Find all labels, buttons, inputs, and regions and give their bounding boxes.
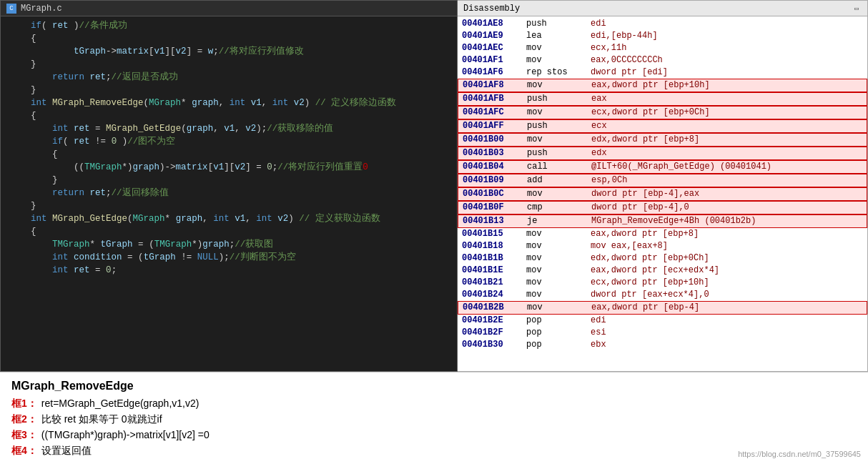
- code-line: }: [1, 174, 457, 187]
- source-pane-titlebar: C MGraph.c: [1, 1, 457, 16]
- source-code-area: if( ret )//条件成功 { tGraph->matrix[v1][v2]…: [1, 16, 457, 371]
- ann-label-1: 框1：: [11, 395, 37, 411]
- disasm-row-highlight4: 00401B2B mov eax,dword ptr [ebp-4]: [458, 301, 867, 315]
- disasm-row-highlight1: 00401AFF push ecx: [458, 119, 867, 133]
- disasm-row: 00401AEC mov ecx,11h: [458, 42, 867, 54]
- disasm-row: 00401B2F pop esi: [458, 327, 867, 339]
- disasm-row-highlight2: 00401B13 je MGraph_RemoveEdge+4Bh (00401…: [458, 214, 867, 228]
- disasm-row: 00401B1E mov eax,dword ptr [ecx+edx*4]: [458, 265, 867, 277]
- disasm-row: 00401AF6 rep stos dword ptr [edi]: [458, 66, 867, 79]
- disasm-row: 00401B2E pop edi: [458, 315, 867, 327]
- ann-text-1: ret=MGraph_GetEdge(graph,v1,v2): [41, 395, 199, 411]
- annotation-line-3: 框3： ((TMGraph*)graph)->matrix[v1][v2] =0: [11, 427, 857, 443]
- file-type-icon: C: [6, 4, 16, 14]
- code-line: int MGraph_RemoveEdge(MGraph* graph, int…: [1, 97, 457, 109]
- code-line: if( ret != 0 )//图不为空: [1, 135, 457, 148]
- disasm-row: 00401B15 mov eax,dword ptr [ebp+8]: [458, 228, 867, 240]
- disasm-row: 00401B30 pop ebx: [458, 339, 867, 351]
- code-line: {: [1, 148, 457, 161]
- code-line: return ret;//返回是否成功: [1, 71, 457, 84]
- code-line: }: [1, 199, 457, 212]
- code-line: {: [1, 109, 457, 122]
- code-line: if( ret )//条件成功: [1, 19, 457, 32]
- ann-label-2: 框2：: [11, 411, 37, 427]
- annotation-title: MGraph_RemoveEdge: [11, 378, 857, 394]
- disasm-row: 00401B1B mov edx,dword ptr [ebp+0Ch]: [458, 252, 867, 265]
- code-line: int ret = 0;: [1, 264, 457, 277]
- disasm-row-highlight1: 00401AF8 mov eax,dword ptr [ebp+10h]: [458, 79, 867, 92]
- code-line: {: [1, 225, 457, 238]
- disasm-titlebar: Disassembly ▭: [458, 1, 867, 16]
- watermark: https://blog.csdn.net/m0_37599645: [738, 450, 861, 458]
- disasm-row: 00401AE8 push edi: [458, 18, 867, 30]
- ann-label-4: 框4：: [11, 443, 37, 458]
- code-line: int MGraph_GetEdge(MGraph* graph, int v1…: [1, 212, 457, 225]
- disassembly-pane: Disassembly ▭ 00401AE8 push edi 00401AE9…: [458, 0, 868, 372]
- disasm-row-highlight1: 00401B0C mov dword ptr [ebp-4],eax: [458, 187, 867, 201]
- code-line: tGraph->matrix[v1][v2] = w;//将对应行列值修改: [1, 45, 457, 58]
- ann-text-2: 比较 ret 如果等于 0就跳过if: [41, 411, 162, 427]
- disasm-row-highlight1: 00401AFC mov ecx,dword ptr [ebp+0Ch]: [458, 106, 867, 119]
- disasm-row-highlight1: 00401B03 push edx: [458, 147, 867, 160]
- disasm-close-button[interactable]: ▭: [852, 4, 862, 13]
- disasm-row-highlight1: 00401B09 add esp,0Ch: [458, 174, 867, 187]
- disasm-row: 00401AF1 mov eax,0CCCCCCCCh: [458, 54, 867, 66]
- disasm-row-highlight2: 00401B0F cmp dword ptr [ebp-4],0: [458, 201, 867, 214]
- disasm-row: 00401B21 mov ecx,dword ptr [ebp+10h]: [458, 277, 867, 289]
- code-line: int ret = MGraph_GetEdge(graph, v1, v2);…: [1, 122, 457, 135]
- code-line: TMGraph* tGraph = (TMGraph*)graph;//获取图: [1, 238, 457, 251]
- ann-text-3: ((TMGraph*)graph)->matrix[v1][v2] =0: [41, 427, 209, 443]
- disasm-row: 00401B18 mov mov eax,[eax+8]: [458, 240, 867, 252]
- disasm-row: 00401AE9 lea edi,[ebp-44h]: [458, 30, 867, 42]
- source-code-pane: C MGraph.c if( ret )//条件成功 { tGraph->mat…: [0, 0, 458, 372]
- annotation-line-4: 框4： 设置返回值: [11, 443, 857, 458]
- source-filename: MGraph.c: [21, 4, 62, 14]
- annotation-line-1: 框1： ret=MGraph_GetEdge(graph,v1,v2): [11, 395, 857, 411]
- code-line: }: [1, 58, 457, 71]
- disasm-row: 00401B24 mov dword ptr [eax+ecx*4],0: [458, 289, 867, 301]
- code-line: return ret;//返回移除值: [1, 187, 457, 199]
- annotation-line-2: 框2： 比较 ret 如果等于 0就跳过if: [11, 411, 857, 427]
- code-line: }: [1, 84, 457, 97]
- disasm-row-highlight1: 00401B00 mov edx,dword ptr [ebp+8]: [458, 133, 867, 147]
- disasm-row-highlight1: 00401AFB push eax: [458, 92, 867, 106]
- disasm-row-highlight1: 00401B04 call @ILT+60(_MGraph_GetEdge) (…: [458, 160, 867, 174]
- disasm-content: 00401AE8 push edi 00401AE9 lea edi,[ebp-…: [458, 16, 867, 371]
- ann-text-4: 设置返回值: [41, 443, 92, 458]
- ann-label-3: 框3：: [11, 427, 37, 443]
- disasm-title: Disassembly: [463, 4, 520, 14]
- code-line: {: [1, 32, 457, 45]
- code-line: ((TMGraph*)graph)->matrix[v1][v2] = 0;//…: [1, 161, 457, 174]
- code-line: int condition = (tGraph != NULL);//判断图不为…: [1, 251, 457, 264]
